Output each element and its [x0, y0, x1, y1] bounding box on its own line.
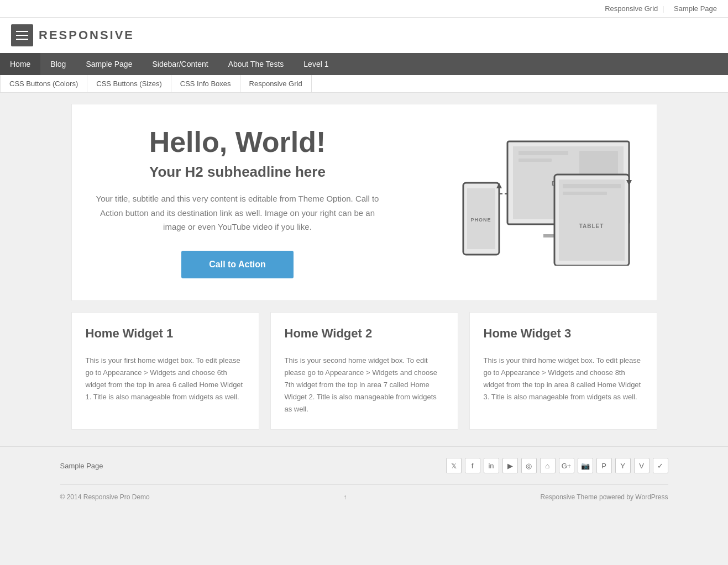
top-bar: Responsive Grid | Sample Page [0, 0, 728, 18]
device-illustration: DESKTOP TABLET PHONE [447, 139, 635, 266]
vimeo-icon[interactable]: V [634, 458, 650, 473]
hero-image: DESKTOP TABLET PHONE [447, 139, 635, 266]
footer-site-name-link[interactable]: Responsive Pro Demo [83, 493, 150, 501]
nav-item-about-the-tests[interactable]: About The Tests [218, 53, 294, 75]
cta-button[interactable]: Call to Action [181, 251, 294, 278]
widget-1-title: Home Widget 1 [86, 326, 245, 346]
nav-item-home[interactable]: Home [0, 53, 40, 75]
checkmark-icon[interactable]: ✓ [653, 458, 668, 473]
primary-nav: Home Blog Sample Page Sidebar/Content Ab… [0, 53, 728, 75]
footer-top: Sample Page 𝕏 f in ▶ ◎ ⌂ G+ 📷 P Y V ✓ [60, 458, 668, 473]
widget-2-text: This is your second home widget box. To … [285, 355, 444, 415]
secondary-nav-item-css-buttons-sizes[interactable]: CSS Buttons (Sizes) [87, 75, 171, 92]
footer-powered: Responsive Theme powered by WordPress [540, 493, 668, 501]
main-wrapper: Hello, World! Your H2 subheadline here Y… [60, 104, 668, 430]
widget-box-2: Home Widget 2 This is your second home w… [270, 312, 458, 430]
widget-box-3: Home Widget 3 This is your third home wi… [469, 312, 657, 430]
twitter-icon[interactable]: 𝕏 [446, 458, 462, 473]
linkedin-icon[interactable]: in [484, 458, 499, 473]
widget-3-title: Home Widget 3 [484, 326, 643, 346]
secondary-nav: CSS Buttons (Colors) CSS Buttons (Sizes)… [0, 75, 728, 93]
hero-h1: Hello, World! [94, 126, 381, 158]
topbar-responsive-grid-link[interactable]: Responsive Grid [605, 4, 658, 13]
hamburger-line [16, 39, 28, 40]
hamburger-line [16, 35, 28, 36]
widget-3-text: This is your third home widget box. To e… [484, 355, 643, 403]
svg-text:PHONE: PHONE [470, 217, 491, 223]
site-logo: RESPONSIVE [11, 24, 134, 46]
top-bar-separator: | [662, 4, 664, 13]
nav-item-sidebar-content[interactable]: Sidebar/Content [142, 53, 218, 75]
svg-rect-5 [518, 151, 568, 155]
yelp-icon[interactable]: Y [615, 458, 631, 473]
footer-bottom: © 2014 Responsive Pro Demo ↑ Responsive … [60, 484, 668, 501]
footer-social: 𝕏 f in ▶ ◎ ⌂ G+ 📷 P Y V ✓ [446, 458, 668, 473]
svg-text:TABLET: TABLET [579, 223, 604, 229]
responsive-theme-link[interactable]: Responsive Theme [540, 493, 597, 501]
widgets-row: Home Widget 1 This is your first home wi… [71, 312, 657, 430]
rss-icon[interactable]: ⌂ [540, 458, 556, 473]
topbar-sample-page-link[interactable]: Sample Page [674, 4, 717, 13]
google-plus-icon[interactable]: G+ [559, 458, 574, 473]
footer-sample-page-link[interactable]: Sample Page [60, 462, 103, 470]
svg-rect-11 [563, 184, 621, 188]
nav-item-level-1[interactable]: Level 1 [294, 53, 338, 75]
hero-text: Hello, World! Your H2 subheadline here Y… [94, 126, 381, 278]
instagram-icon[interactable]: ◎ [521, 458, 537, 473]
hero-section: Hello, World! Your H2 subheadline here Y… [71, 104, 657, 301]
nav-item-blog[interactable]: Blog [40, 53, 76, 75]
widget-1-text: This is your first home widget box. To e… [86, 355, 245, 403]
svg-rect-6 [518, 159, 552, 162]
footer-nav: Sample Page [60, 461, 103, 470]
logo-text: RESPONSIVE [39, 28, 134, 43]
hero-h2: Your H2 subheadline here [94, 163, 381, 181]
hero-body: Your title, subtitle and this very conte… [94, 192, 381, 234]
hamburger-line [16, 31, 28, 32]
camera-icon[interactable]: 📷 [578, 458, 593, 473]
footer-copyright: © 2014 Responsive Pro Demo [60, 493, 150, 501]
pinterest-icon[interactable]: P [596, 458, 612, 473]
footer: Sample Page 𝕏 f in ▶ ◎ ⌂ G+ 📷 P Y V ✓ © … [0, 446, 728, 512]
svg-rect-12 [563, 192, 607, 195]
copyright-text: © 2014 [60, 493, 82, 501]
widget-2-title: Home Widget 2 [285, 326, 444, 346]
secondary-nav-item-responsive-grid[interactable]: Responsive Grid [240, 75, 312, 92]
facebook-icon[interactable]: f [465, 458, 480, 473]
youtube-icon[interactable]: ▶ [502, 458, 518, 473]
widget-box-1: Home Widget 1 This is your first home wi… [71, 312, 259, 430]
secondary-nav-item-css-buttons-colors[interactable]: CSS Buttons (Colors) [0, 75, 87, 92]
nav-item-sample-page[interactable]: Sample Page [76, 53, 142, 75]
site-header: RESPONSIVE [0, 18, 728, 53]
secondary-nav-item-css-info-boxes[interactable]: CSS Info Boxes [171, 75, 240, 92]
back-to-top[interactable]: ↑ [343, 493, 347, 501]
menu-icon[interactable] [11, 24, 33, 46]
wordpress-link[interactable]: WordPress [635, 493, 668, 501]
powered-by-text: powered by [599, 493, 635, 501]
